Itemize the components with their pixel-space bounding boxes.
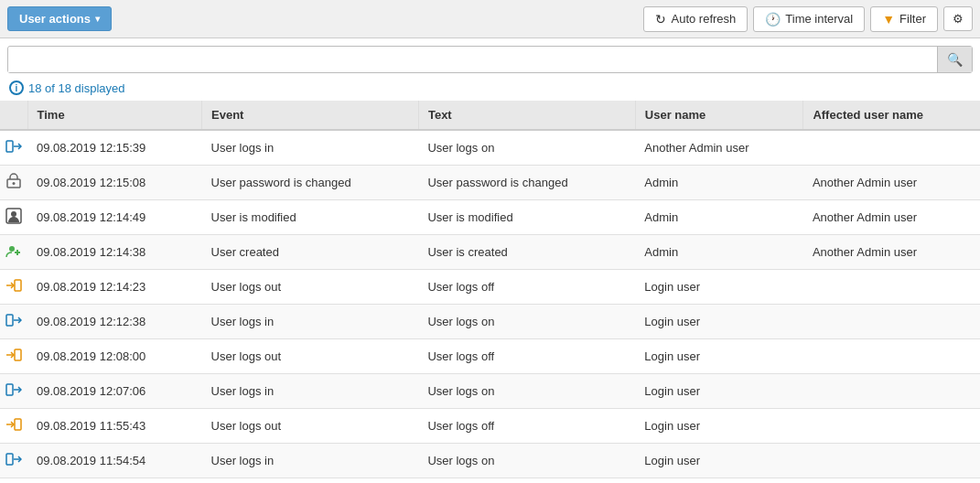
row-event: User logs in (202, 444, 419, 478)
table-row[interactable]: 09.08.2019 12:12:38 User logs in User lo… (0, 305, 980, 339)
logout-icon (5, 416, 22, 435)
table-row[interactable]: 09.08.2019 12:14:23 User logs out User l… (0, 270, 980, 305)
row-affected (803, 270, 980, 305)
logout-icon (5, 277, 22, 296)
row-time: 09.08.2019 12:14:23 (27, 270, 202, 305)
row-event: User logs in (202, 130, 419, 166)
svg-rect-9 (15, 280, 21, 291)
row-text: User is modified (418, 200, 635, 235)
row-text: User logs on (418, 444, 635, 478)
settings-icon: ⚙ (953, 12, 964, 26)
row-time: 09.08.2019 12:12:38 (27, 305, 202, 339)
row-affected: Another Admin user (803, 235, 980, 270)
row-text: User password is changed (418, 166, 635, 200)
svg-rect-19 (6, 454, 13, 465)
col-icon (0, 101, 27, 130)
user-actions-label: User actions (19, 12, 91, 26)
count-info: i 18 of 18 displayed (0, 77, 980, 101)
logout-icon (5, 347, 22, 366)
row-affected: Another Admin user (803, 200, 980, 235)
table-row[interactable]: 09.08.2019 11:54:38 User logs out User l… (0, 478, 980, 480)
row-text: User is created (418, 235, 635, 270)
events-table: Time Event Text User name Affected user … (0, 101, 980, 479)
col-text: Text (418, 101, 635, 130)
clock-icon: 🕐 (765, 12, 781, 27)
row-event: User is modified (202, 200, 419, 235)
login-icon (5, 381, 22, 401)
search-icon: 🔍 (947, 52, 963, 67)
row-icon-cell (0, 374, 27, 409)
filter-button[interactable]: ▼ Filter (870, 6, 938, 32)
row-affected (803, 305, 980, 339)
row-time: 09.08.2019 11:55:43 (27, 409, 202, 444)
row-affected (803, 339, 980, 374)
search-button[interactable]: 🔍 (937, 47, 972, 72)
password-icon (5, 173, 22, 192)
row-icon-cell (0, 166, 27, 200)
row-time: 09.08.2019 12:15:39 (27, 130, 202, 166)
row-text: User logs off (418, 339, 635, 374)
row-time: 09.08.2019 12:14:38 (27, 235, 202, 270)
search-input[interactable] (8, 48, 937, 72)
count-text: 18 of 18 displayed (28, 81, 125, 95)
row-username: Operator User (635, 478, 803, 480)
row-icon-cell (0, 339, 27, 374)
row-icon-cell (0, 305, 27, 339)
col-event: Event (202, 101, 419, 130)
row-username: Login user (635, 374, 803, 409)
row-icon-cell (0, 200, 27, 235)
row-icon-cell (0, 444, 27, 478)
refresh-icon: ↻ (655, 12, 666, 27)
row-affected: Another Admin user (803, 166, 980, 200)
search-bar-container: 🔍 (7, 46, 973, 73)
auto-refresh-button[interactable]: ↻ Auto refresh (643, 6, 748, 32)
row-username: Login user (635, 270, 803, 305)
row-event: User logs in (202, 374, 419, 409)
row-text: User logs off (418, 270, 635, 305)
table-row[interactable]: 09.08.2019 12:07:06 User logs in User lo… (0, 374, 980, 409)
table-row[interactable]: 09.08.2019 11:54:54 User logs in User lo… (0, 444, 980, 478)
row-username: Admin (635, 166, 803, 200)
row-time: 09.08.2019 12:08:00 (27, 339, 202, 374)
svg-rect-15 (6, 384, 13, 395)
row-username: Another Admin user (635, 130, 803, 166)
row-username: Login user (635, 305, 803, 339)
table-header-row: Time Event Text User name Affected user … (0, 101, 980, 130)
row-event: User password is changed (202, 166, 419, 200)
table-row[interactable]: 09.08.2019 12:15:08 User password is cha… (0, 166, 980, 200)
table-row[interactable]: 09.08.2019 12:14:49 User is modified Use… (0, 200, 980, 235)
dropdown-arrow-icon: ▾ (95, 14, 100, 24)
row-icon-cell (0, 130, 27, 166)
row-event: User logs out (202, 409, 419, 444)
col-username: User name (635, 101, 803, 130)
filter-label: Filter (899, 12, 926, 26)
modified-icon (5, 208, 22, 227)
svg-point-6 (9, 246, 15, 252)
table-container: Time Event Text User name Affected user … (0, 101, 980, 479)
row-event: User created (202, 235, 419, 270)
login-icon (5, 312, 22, 331)
row-icon-cell (0, 235, 27, 270)
info-icon: i (9, 80, 24, 95)
row-affected (803, 444, 980, 478)
row-text: User logs off (418, 409, 635, 444)
table-row[interactable]: 09.08.2019 11:55:43 User logs out User l… (0, 409, 980, 444)
row-time: 09.08.2019 11:54:38 (27, 478, 202, 480)
table-row[interactable]: 09.08.2019 12:15:39 User logs in User lo… (0, 130, 980, 166)
row-affected (803, 478, 980, 480)
settings-button[interactable]: ⚙ (943, 6, 973, 31)
user-actions-button[interactable]: User actions ▾ (7, 6, 112, 31)
table-row[interactable]: 09.08.2019 12:14:38 User created User is… (0, 235, 980, 270)
svg-rect-13 (15, 349, 21, 360)
row-time: 09.08.2019 11:54:54 (27, 444, 202, 478)
row-event: User logs in (202, 305, 419, 339)
login-icon (5, 138, 22, 157)
row-event: User logs out (202, 270, 419, 305)
time-interval-button[interactable]: 🕐 Time interval (753, 6, 865, 32)
row-affected (803, 409, 980, 444)
table-row[interactable]: 09.08.2019 12:08:00 User logs out User l… (0, 339, 980, 374)
row-affected (803, 130, 980, 166)
row-icon-cell (0, 270, 27, 305)
auto-refresh-label: Auto refresh (671, 12, 736, 26)
row-username: Admin (635, 235, 803, 270)
